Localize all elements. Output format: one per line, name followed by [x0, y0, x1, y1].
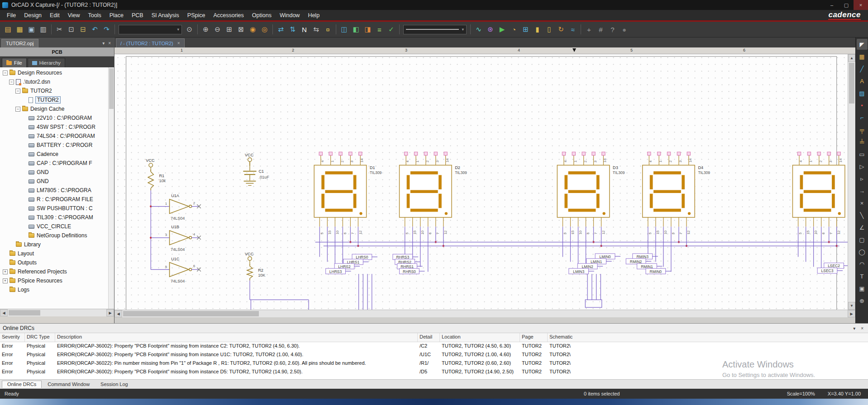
tree-item-layout[interactable]: Layout	[0, 249, 114, 258]
close-tab-icon[interactable]: ×	[177, 41, 180, 46]
scroll-up-button[interactable]: ▲	[848, 54, 855, 62]
tree-item-sw-pushbutton-c[interactable]: SW PUSHBUTTON : C	[0, 204, 114, 213]
tree-horizontal-scrollbar[interactable]: ◀ ▶	[0, 309, 114, 316]
scroll-left-button[interactable]: ◀	[0, 309, 8, 316]
tree-item-referenced-projects[interactable]: +Referenced Projects	[0, 267, 114, 276]
schematic-page[interactable]: VCCVCCVCCR110kR210KC1.01uF12U1A74LS0434U…	[114, 54, 848, 310]
tree-item-r-c-program-file[interactable]: R : C:\PROGRAM FILE	[0, 195, 114, 204]
tree-vertical-scrollbar[interactable]	[108, 67, 114, 309]
close-button[interactable]: ×	[854, 0, 868, 10]
redo-icon[interactable]: ↷	[101, 24, 112, 35]
menu-tools[interactable]: Tools	[84, 10, 105, 20]
document-tab[interactable]: / - (TUTOR2 : TUTOR2) ×	[116, 38, 185, 47]
tree-item-vcc-circle[interactable]: VCC_CIRCLE	[0, 222, 114, 231]
tree-item-pspice-resources[interactable]: +PSpice Resources	[0, 276, 114, 285]
menu-file[interactable]: File	[3, 10, 20, 20]
place-ground-icon[interactable]: ╧	[857, 137, 868, 147]
menu-si-analysis[interactable]: SI Analysis	[148, 10, 183, 20]
drc-col-schematic[interactable]: Schematic	[548, 333, 868, 342]
tree-item-lm7805-c-progra[interactable]: LM7805 : C:\PROGRA	[0, 186, 114, 195]
net-label-rhrs3[interactable]: RHRS3	[393, 254, 418, 259]
scrollbar-thumb[interactable]	[109, 68, 114, 109]
display-D1[interactable]: 412314515106712D1TIL309	[314, 152, 382, 234]
net-label-lsec3[interactable]: LSEC3	[817, 268, 843, 273]
tree-item-cap-c-program-f[interactable]: CAP : C:\PROGRAM F	[0, 159, 114, 168]
run-simulation-icon[interactable]: ▶	[496, 24, 508, 35]
print-icon[interactable]: ▥	[38, 24, 49, 35]
tab-file[interactable]: File	[2, 58, 27, 67]
drc-col-description[interactable]: Description	[55, 333, 418, 342]
scrollbar-thumb[interactable]	[123, 311, 259, 316]
tree-item-22v10-c-program[interactable]: 22V10 : C:\PROGRAM	[0, 113, 114, 122]
undo-icon[interactable]: ↶	[89, 24, 100, 35]
tree-item-gnd[interactable]: GND	[0, 168, 114, 177]
zoom-tool-icon[interactable]: ⊕	[857, 295, 868, 306]
canvas-vertical-scrollbar[interactable]: ▲ ▼	[848, 54, 855, 310]
place-polyline-icon[interactable]: ∠	[857, 222, 868, 233]
tree-item-tutor2[interactable]: −TUTOR2	[0, 86, 114, 95]
expander-icon[interactable]: −	[15, 107, 20, 112]
tree-item-design-cache[interactable]: −Design Cache	[0, 104, 114, 113]
windows-taskbar[interactable]	[0, 399, 868, 405]
dehighlight-icon[interactable]: ◎	[259, 24, 270, 35]
menu-view[interactable]: View	[64, 10, 84, 20]
inverter-U1C[interactable]: 56U1C74LS04	[151, 257, 201, 284]
tree-item-battery-c-progr[interactable]: BATTERY : C:\PROGR	[0, 141, 114, 150]
back-annotate-icon[interactable]: ⇆	[310, 24, 322, 35]
menu-pcb[interactable]: PCB	[128, 10, 148, 20]
place-hierarchical-block-icon[interactable]: ▭	[857, 149, 868, 160]
annotate-icon[interactable]: N	[299, 24, 310, 35]
expander-icon[interactable]: −	[9, 80, 14, 85]
drc-row[interactable]: ErrorPhysicalERROR(ORCAP-36022): Pin num…	[0, 359, 868, 368]
expander-icon[interactable]: −	[3, 71, 8, 75]
lock-icon[interactable]: ▮	[532, 24, 543, 35]
highlight-icon[interactable]: ◉	[247, 24, 258, 35]
net-label-lmin2[interactable]: LMIN2	[577, 264, 603, 269]
part-manager-icon[interactable]: ◫	[339, 24, 350, 35]
tree-item-cadence[interactable]: Cadence	[0, 150, 114, 159]
tree-item-4sw-spst-c-progr[interactable]: 4SW SPST : C:\PROGR	[0, 122, 114, 132]
line-style-selector[interactable]: ▾	[403, 25, 467, 34]
net-label-rmin1[interactable]: RMIN1	[637, 264, 663, 269]
minimize-button[interactable]: –	[825, 0, 839, 10]
drc-col-location[interactable]: Location	[440, 333, 520, 342]
tab-hierarchy[interactable]: Hierarchy	[28, 58, 65, 67]
close-panel-icon[interactable]: ×	[861, 326, 863, 331]
scroll-left-button[interactable]: ◀	[114, 310, 122, 317]
menu-design[interactable]: Design	[20, 10, 46, 20]
design-selector[interactable]: ▾	[119, 25, 182, 34]
tree-item-logs[interactable]: Logs	[0, 285, 114, 294]
copy-icon[interactable]: ⊡	[66, 24, 77, 35]
tree-item-netgroup-definitions[interactable]: NetGroup Definitions	[0, 231, 114, 240]
menu-accessories[interactable]: Accessories	[209, 10, 248, 20]
help-icon[interactable]: ?	[607, 24, 618, 35]
net-label-rmin2[interactable]: RMIN2	[626, 259, 651, 264]
menu-place[interactable]: Place	[105, 10, 128, 20]
scrollbar-thumb[interactable]	[9, 310, 40, 316]
inverter-U1B[interactable]: 34U1B74LS04	[151, 225, 201, 252]
unlock-icon[interactable]: ▯	[544, 24, 555, 35]
menu-options[interactable]: Options	[248, 10, 276, 20]
ascend-hierarchy-icon[interactable]: ⇅	[287, 24, 298, 35]
place-line-icon[interactable]: ╲	[857, 210, 868, 221]
display-D5[interactable]: 412314515106712	[792, 152, 844, 234]
scroll-right-button[interactable]: ▶	[106, 309, 114, 316]
panel-tab-online-drcs[interactable]: Online DRCs	[2, 381, 42, 388]
sync-icon[interactable]: ↻	[555, 24, 567, 35]
open-design-icon[interactable]: ▦	[14, 24, 25, 35]
net-label-lmin1[interactable]: LMIN1	[587, 259, 612, 264]
place-hierarchical-port-icon[interactable]: ▷	[857, 161, 868, 172]
drc-row[interactable]: ErrorPhysicalERROR(ORCAP-36002): Propert…	[0, 342, 868, 351]
theme-icon[interactable]: ●	[619, 24, 630, 35]
paste-icon[interactable]: ⊟	[77, 24, 89, 35]
place-no-connect-icon[interactable]: ×	[857, 198, 868, 208]
bom-icon[interactable]: ≡	[374, 24, 385, 35]
scrollbar-thumb[interactable]	[849, 63, 854, 104]
place-rectangle-icon[interactable]: ▢	[857, 234, 868, 245]
snap-options-icon[interactable]: #	[595, 24, 606, 35]
tree-item-design-resources[interactable]: −Design Resources	[0, 68, 114, 77]
save-icon[interactable]: ▣	[26, 24, 37, 35]
tree-item-74ls04-c-program[interactable]: 74LS04 : C:\PROGRAM	[0, 132, 114, 141]
display-D2[interactable]: 412314515106712D2TIL309	[400, 152, 467, 234]
menu-edit[interactable]: Edit	[46, 10, 64, 20]
